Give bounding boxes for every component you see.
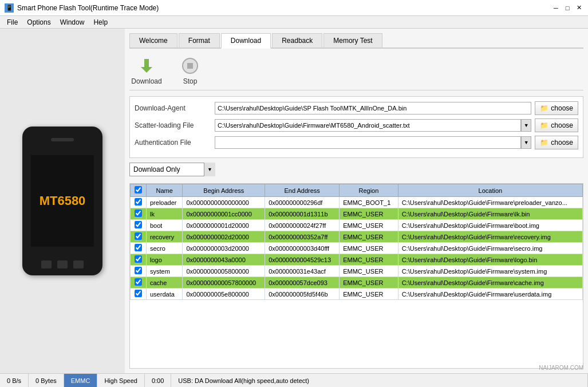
phone-speaker (51, 138, 74, 141)
row-checkbox-cell[interactable] (131, 289, 147, 300)
scatter-arrow: ▼ (521, 119, 531, 132)
status-bytes: 0 Bytes (29, 374, 64, 387)
tab-readback[interactable]: Readback (272, 33, 322, 48)
download-icon (136, 56, 157, 76)
row-region: EMMC_USER (340, 277, 398, 289)
phone-panel: MT6580 (0, 29, 125, 373)
content-panel: Welcome Format Download Readback Memory … (125, 29, 588, 373)
table-header-row: Name Begin Address End Address Region Lo… (131, 184, 583, 197)
row-name: secro (147, 243, 183, 254)
download-button[interactable]: Download (129, 56, 164, 85)
auth-input[interactable] (215, 136, 521, 149)
row-begin: 0x0000000001d20000 (183, 220, 265, 231)
phone-btn-back (41, 260, 52, 268)
row-name: cache (147, 277, 183, 289)
stop-button[interactable]: Stop (173, 56, 207, 85)
row-location: C:\Users\rahul\Desktop\Guide\Firmware\lo… (398, 254, 582, 266)
tab-welcome[interactable]: Welcome (129, 33, 177, 48)
table-row: boot 0x0000000001d20000 0x00000000024f27… (131, 220, 583, 231)
row-begin: 0x0000000043a0000 (183, 254, 265, 266)
firmware-table-container[interactable]: Name Begin Address End Address Region Lo… (129, 183, 583, 369)
table-row: lk 0x00000000001cc0000 0x000000001d1311b… (131, 208, 583, 220)
select-all-checkbox[interactable] (135, 186, 142, 194)
svg-marker-1 (141, 67, 152, 73)
row-checkbox-cell[interactable] (131, 197, 147, 208)
scatter-row: Scatter-loading File ▼ 📁 choose (135, 119, 578, 132)
row-checkbox[interactable] (135, 267, 142, 274)
scatter-choose-label: choose (551, 121, 573, 129)
row-region: EMMC_USER (340, 220, 398, 231)
tab-memory-test[interactable]: Memory Test (323, 33, 382, 48)
row-end: 0x000000031e43acf (265, 266, 340, 277)
table-row: system 0x0000000005800000 0x000000031e43… (131, 266, 583, 277)
row-checkbox[interactable] (135, 198, 142, 206)
scatter-input[interactable] (215, 119, 521, 132)
row-begin: 0x0000000005800000 (183, 266, 265, 277)
row-end: 0x0000000004529c13 (265, 254, 340, 266)
menu-window[interactable]: Window (56, 17, 89, 27)
col-check (131, 184, 147, 197)
row-checkbox[interactable] (135, 221, 142, 228)
app-icon: 📱 (5, 3, 14, 13)
menu-file[interactable]: File (2, 17, 22, 27)
row-region: EMMC_USER (340, 254, 398, 266)
scatter-label: Scatter-loading File (135, 121, 215, 129)
row-checkbox-cell[interactable] (131, 208, 147, 220)
phone-btn-menu (73, 260, 84, 268)
minimize-button[interactable]: ─ (551, 3, 561, 13)
status-mode: High Speed (97, 374, 145, 387)
row-checkbox[interactable] (135, 210, 142, 217)
title-bar: 📱 Smart Phone Flash Tool(Runtime Trace M… (0, 0, 588, 16)
row-begin: 0x0000000002d20000 (183, 231, 265, 243)
row-checkbox[interactable] (135, 255, 142, 263)
row-region: EMMC_USER (340, 266, 398, 277)
download-label: Download (131, 77, 161, 85)
row-checkbox-cell[interactable] (131, 277, 147, 289)
row-location: C:\Users\rahul\Desktop\Guide\Firmware\us… (398, 289, 582, 300)
agent-choose-label: choose (551, 104, 573, 112)
row-end: 0x00000000003d40fff (265, 243, 340, 254)
auth-dropdown-wrapper: ▼ (215, 136, 531, 149)
menu-bar: File Options Window Help (0, 16, 588, 29)
phone-screen: MT6580 (31, 155, 94, 247)
tab-download[interactable]: Download (221, 33, 271, 49)
row-checkbox-cell[interactable] (131, 243, 147, 254)
col-name: Name (147, 184, 183, 197)
maximize-button[interactable]: □ (563, 3, 572, 13)
row-checkbox-cell[interactable] (131, 231, 147, 243)
mode-select[interactable]: Download Only Firmware Upgrade Format Al… (129, 163, 215, 176)
menu-help[interactable]: Help (89, 17, 112, 27)
folder-icon: 📁 (540, 104, 548, 112)
tab-format[interactable]: Format (179, 33, 220, 48)
row-checkbox[interactable] (135, 278, 142, 286)
row-region: EMMC_USER (340, 231, 398, 243)
row-checkbox[interactable] (135, 290, 142, 297)
col-location: Location (398, 184, 582, 197)
menu-options[interactable]: Options (22, 17, 55, 27)
row-location: C:\Users\rahul\Desktop\Guide\Firmware\se… (398, 243, 582, 254)
watermark: NAIJAROM.COM (539, 365, 583, 371)
form-section: Download-Agent 📁 choose Scatter-loading … (129, 96, 583, 158)
phone-model: MT6580 (40, 194, 86, 208)
row-name: preloader (147, 197, 183, 208)
table-row: secro 0x0000000003d20000 0x00000000003d4… (131, 243, 583, 254)
row-checkbox[interactable] (135, 244, 142, 251)
auth-choose-button[interactable]: 📁 choose (535, 136, 578, 149)
status-speed: 0 B/s (0, 374, 29, 387)
row-checkbox-cell[interactable] (131, 266, 147, 277)
row-checkbox-cell[interactable] (131, 254, 147, 266)
agent-row: Download-Agent 📁 choose (135, 101, 578, 115)
folder-icon-3: 📁 (540, 139, 548, 147)
phone-body: MT6580 (22, 127, 102, 275)
scatter-choose-button[interactable]: 📁 choose (535, 119, 578, 132)
row-checkbox-cell[interactable] (131, 220, 147, 231)
agent-choose-button[interactable]: 📁 choose (535, 101, 578, 115)
table-row: recovery 0x0000000002d20000 0x0000000003… (131, 231, 583, 243)
phone-buttons (41, 260, 84, 268)
close-button[interactable]: ✕ (574, 3, 583, 13)
row-checkbox[interactable] (135, 232, 142, 240)
agent-input[interactable] (215, 102, 531, 114)
row-location: C:\Users\rahul\Desktop\Guide\Firmware\ca… (398, 277, 582, 289)
stop-icon (180, 56, 200, 76)
row-begin: 0x00000000001cc0000 (183, 208, 265, 220)
